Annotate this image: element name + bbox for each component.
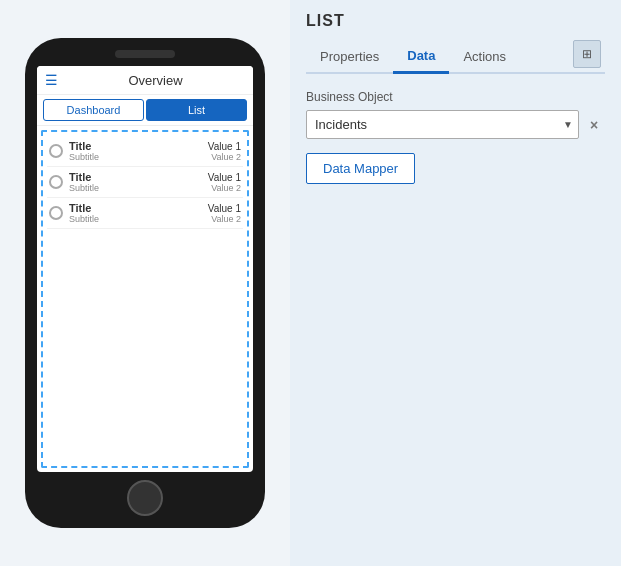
clear-button[interactable]: ×: [583, 114, 605, 136]
list-item-values: Value 1 Value 2: [208, 141, 241, 162]
phone-tab-list[interactable]: List: [146, 99, 247, 121]
list-item-val2: Value 2: [208, 152, 241, 162]
phone-home-button[interactable]: [127, 480, 163, 516]
right-panel: LIST Properties Data Actions ⊞ Business …: [290, 0, 621, 566]
phone-speaker: [115, 50, 175, 58]
business-object-label: Business Object: [306, 90, 605, 104]
list-item-title: Title: [69, 140, 208, 152]
list-item-content: Title Subtitle: [69, 202, 208, 224]
phone-mockup: ☰ Overview Dashboard List Title Subtitle…: [25, 38, 265, 528]
select-row: Incidents Problems Changes Requests ▼ ×: [306, 110, 605, 139]
panel-header: LIST Properties Data Actions ⊞: [290, 0, 621, 74]
list-item-values: Value 1 Value 2: [208, 172, 241, 193]
list-item-val1: Value 1: [208, 203, 241, 214]
tab-properties[interactable]: Properties: [306, 41, 393, 72]
phone-screen: ☰ Overview Dashboard List Title Subtitle…: [37, 66, 253, 472]
data-mapper-button[interactable]: Data Mapper: [306, 153, 415, 184]
list-item-content: Title Subtitle: [69, 140, 208, 162]
list-item-subtitle: Subtitle: [69, 152, 208, 162]
hamburger-icon: ☰: [45, 72, 58, 88]
list-item-radio: [49, 206, 63, 220]
screen-header: ☰ Overview: [37, 66, 253, 95]
screen-title: Overview: [66, 73, 245, 88]
list-item-title: Title: [69, 202, 208, 214]
list-item-values: Value 1 Value 2: [208, 203, 241, 224]
list-item-subtitle: Subtitle: [69, 214, 208, 224]
tabs-row: Properties Data Actions ⊞: [306, 40, 605, 74]
list-item: Title Subtitle Value 1 Value 2: [47, 167, 243, 198]
left-panel: ☰ Overview Dashboard List Title Subtitle…: [0, 0, 290, 566]
list-item-content: Title Subtitle: [69, 171, 208, 193]
tab-actions[interactable]: Actions: [449, 41, 520, 72]
panel-title: LIST: [306, 12, 605, 30]
list-item-val2: Value 2: [208, 214, 241, 224]
list-item-title: Title: [69, 171, 208, 183]
tab-data[interactable]: Data: [393, 40, 449, 74]
list-item-val1: Value 1: [208, 172, 241, 183]
panel-content: Business Object Incidents Problems Chang…: [290, 74, 621, 566]
business-object-select[interactable]: Incidents Problems Changes Requests: [306, 110, 579, 139]
list-item-subtitle: Subtitle: [69, 183, 208, 193]
list-item-radio: [49, 144, 63, 158]
list-item: Title Subtitle Value 1 Value 2: [47, 198, 243, 229]
phone-tab-bar: Dashboard List: [37, 95, 253, 126]
phone-tab-dashboard[interactable]: Dashboard: [43, 99, 144, 121]
list-item-val1: Value 1: [208, 141, 241, 152]
tab-icon-button[interactable]: ⊞: [573, 40, 601, 68]
list-item: Title Subtitle Value 1 Value 2: [47, 136, 243, 167]
list-item-val2: Value 2: [208, 183, 241, 193]
phone-list-area: Title Subtitle Value 1 Value 2 Title Sub…: [41, 130, 249, 468]
list-item-radio: [49, 175, 63, 189]
business-object-select-wrapper: Incidents Problems Changes Requests ▼: [306, 110, 579, 139]
